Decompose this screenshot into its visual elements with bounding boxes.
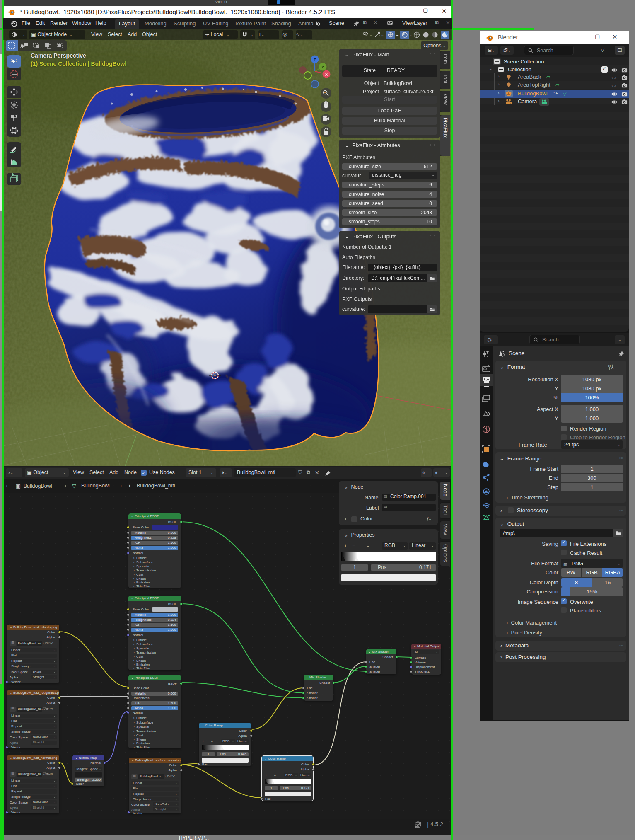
svg-text:⌄: ⌄ (409, 33, 412, 37)
svg-text:⌄: ⌄ (381, 33, 384, 37)
svg-text:⌄: ⌄ (369, 33, 372, 37)
svg-text:⌄: ⌄ (396, 33, 399, 37)
svg-text:Y: Y (321, 65, 324, 69)
svg-text:Z: Z (314, 58, 316, 62)
svg-text:X: X (325, 73, 328, 77)
